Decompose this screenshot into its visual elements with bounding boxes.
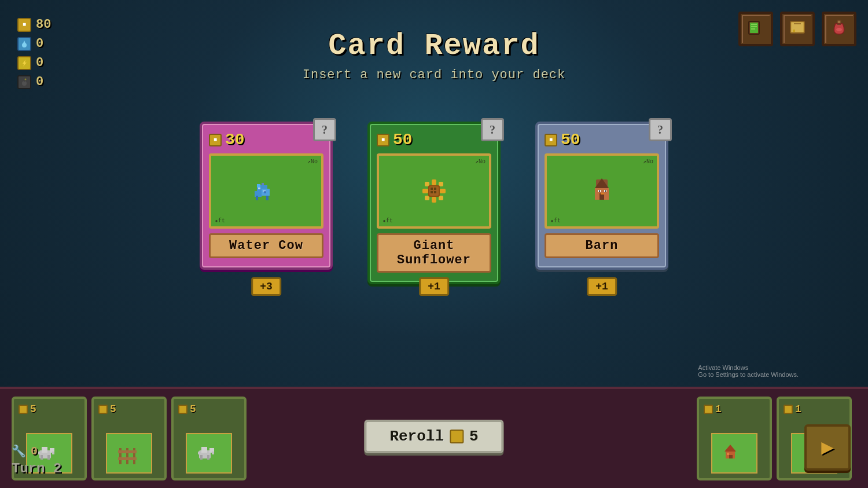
turn-label: Turn 2	[12, 461, 61, 476]
svg-rect-69	[198, 452, 200, 454]
svg-rect-51	[601, 193, 604, 195]
question-badge-water-cow: ?	[313, 118, 336, 141]
svg-rect-17	[837, 24, 841, 25]
card-image-barn	[545, 153, 659, 229]
deck-card-0-cost: 5	[19, 403, 36, 415]
svg-rect-62	[118, 450, 137, 453]
deck-cost-val-0: 5	[30, 403, 36, 415]
svg-rect-36	[439, 196, 443, 200]
svg-rect-63	[118, 457, 137, 460]
cost-value-barn: 50	[561, 131, 580, 149]
plus-badge-barn: +1	[587, 277, 617, 296]
cost-coin-water-cow: ■	[209, 134, 222, 146]
deck-cost-val-4: 1	[795, 403, 801, 415]
svg-rect-8	[751, 24, 757, 25]
card-image-water-cow	[209, 153, 323, 229]
sunflower-sprite	[417, 174, 451, 208]
svg-rect-41	[431, 191, 433, 193]
svg-rect-23	[266, 196, 269, 200]
hud-bottom-left: 🔧 0 Turn 2	[12, 444, 61, 476]
svg-marker-72	[724, 445, 736, 452]
svg-rect-42	[434, 191, 436, 193]
svg-rect-40	[434, 188, 436, 190]
svg-rect-26	[258, 188, 260, 189]
card-name-giant-sunflower: Giant Sunflower	[397, 239, 471, 267]
svg-rect-22	[256, 196, 258, 200]
svg-rect-31	[422, 189, 428, 193]
svg-rect-32	[440, 189, 446, 193]
svg-rect-35	[425, 196, 429, 200]
deck-card-1[interactable]: 5	[91, 397, 167, 480]
wrench-row: 🔧 0	[12, 444, 61, 458]
svg-rect-30	[432, 197, 436, 203]
deck-cost-val-1: 5	[110, 403, 116, 415]
cost-coin-barn: ■	[545, 134, 557, 146]
svg-rect-39	[431, 188, 433, 190]
next-arrow: ▶	[821, 435, 834, 460]
card-name-bar-barn: Barn	[545, 233, 659, 258]
card-water-cow[interactable]: ? ■ 30	[200, 122, 333, 284]
reroll-button[interactable]: Reroll 5	[364, 420, 503, 453]
windows-line1: Activate Windows	[698, 364, 799, 371]
card-outer-giant-sunflower: ? ■ 50	[367, 122, 501, 284]
svg-rect-73	[729, 455, 733, 458]
main-title: Card Reward	[0, 29, 868, 63]
question-badge-barn: ?	[649, 118, 672, 141]
card-outer-water-cow: ? ■ 30	[200, 122, 333, 270]
svg-rect-33	[425, 182, 429, 186]
card-name-bar-giant-sunflower: Giant Sunflower	[377, 233, 491, 273]
svg-rect-50	[605, 190, 606, 192]
svg-rect-66	[207, 455, 209, 460]
deck-card-3[interactable]: 1	[697, 397, 772, 480]
deck-card-2-cost: 5	[178, 403, 196, 415]
reroll-label: Reroll	[389, 428, 444, 445]
card-name-bar-water-cow: Water Cow	[209, 233, 323, 258]
deck-coin-3	[704, 405, 713, 414]
cost-value-water-cow: 30	[225, 131, 245, 149]
svg-rect-15	[837, 20, 841, 24]
cost-value-giant-sunflower: 50	[393, 131, 413, 149]
barn-sprite	[584, 174, 619, 208]
reward-cards: ? ■ 30	[0, 122, 868, 284]
deck-coin-0	[19, 405, 28, 414]
cost-badge-giant-sunflower: ■ 50	[377, 131, 491, 149]
windows-line2: Go to Settings to activate Windows.	[698, 371, 799, 378]
card-image-giant-sunflower	[377, 153, 491, 229]
deck-image-2	[186, 433, 232, 474]
card-name-water-cow: Water Cow	[229, 239, 303, 253]
title-area: Card Reward Insert a new card into your …	[0, 29, 868, 82]
card-barn[interactable]: ? ■ 50	[535, 122, 668, 284]
svg-rect-70	[212, 452, 214, 454]
cost-badge-barn: ■ 50	[545, 131, 659, 149]
svg-rect-74	[727, 453, 729, 455]
cost-coin-giant-sunflower: ■	[377, 134, 389, 146]
reroll-cost: 5	[469, 428, 479, 445]
next-button[interactable]: ▶	[804, 424, 851, 471]
svg-rect-49	[599, 190, 600, 192]
svg-rect-34	[439, 182, 443, 186]
deck-coin-2	[178, 405, 187, 414]
plus-badge-giant-sunflower: +1	[419, 277, 449, 296]
deck-image-3	[711, 433, 757, 474]
deck-card-2[interactable]: 5	[171, 397, 247, 480]
deck-coin-1	[98, 405, 108, 414]
card-outer-barn: ? ■ 50	[535, 122, 668, 270]
deck-card-3-cost: 1	[704, 403, 722, 415]
plus-badge-water-cow: +3	[251, 277, 281, 296]
svg-rect-24	[257, 184, 260, 188]
svg-rect-67	[201, 447, 207, 453]
deck-image-1	[106, 433, 152, 474]
card-giant-sunflower[interactable]: ? ■ 50	[367, 122, 501, 284]
deck-cost-val-3: 1	[715, 403, 722, 415]
cost-badge-water-cow: ■ 30	[209, 131, 323, 149]
deck-cost-val-2: 5	[190, 403, 196, 415]
cow-sprite	[249, 174, 284, 208]
deck-coin-4	[784, 405, 793, 414]
svg-rect-9	[751, 26, 757, 27]
question-badge-giant-sunflower: ?	[481, 118, 504, 141]
reroll-coin-icon	[450, 430, 464, 443]
svg-rect-25	[262, 183, 264, 185]
deck-card-1-cost: 5	[98, 403, 116, 415]
deck-card-4-cost: 1	[784, 403, 801, 415]
card-name-barn: Barn	[586, 239, 619, 253]
